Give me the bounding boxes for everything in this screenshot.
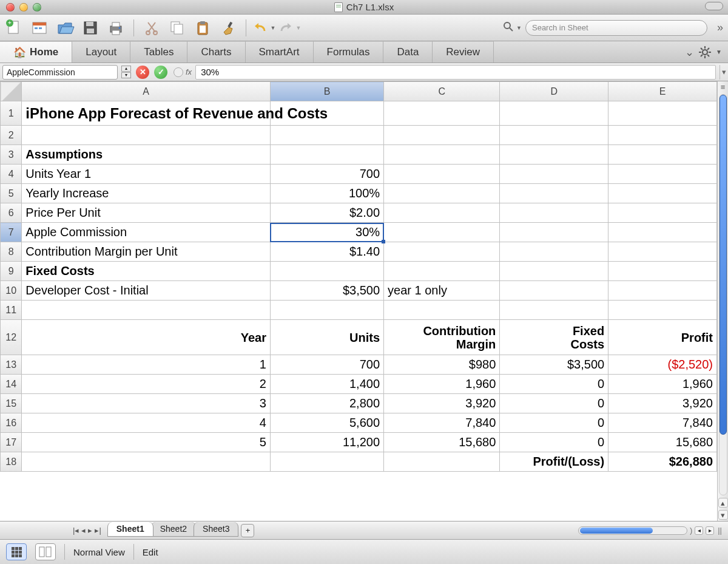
window-pill-button[interactable] — [705, 2, 723, 10]
horizontal-scrollbar[interactable]: ) ◂ ▸ || — [578, 526, 728, 535]
row-header-3[interactable]: 3 — [1, 145, 22, 165]
row-header-8[interactable]: 8 — [1, 242, 22, 262]
cell-C14[interactable]: 1,960 — [384, 375, 500, 394]
ribbon-tab-data[interactable]: Data — [383, 41, 433, 63]
cell-D18[interactable]: Profit/(Loss) — [500, 452, 608, 472]
cell-E3[interactable] — [608, 145, 717, 165]
cell-C8[interactable] — [384, 242, 500, 262]
cell-D6[interactable] — [500, 203, 608, 223]
cell-E15[interactable]: 3,920 — [608, 394, 717, 413]
cell-E13[interactable]: ($2,520) — [608, 355, 717, 375]
page-layout-view-button[interactable] — [35, 543, 56, 560]
cell-E5[interactable] — [608, 184, 717, 203]
cell-D4[interactable] — [500, 165, 608, 184]
cell-A11[interactable] — [22, 301, 271, 320]
cell-D9[interactable] — [500, 262, 608, 281]
cell-E7[interactable] — [608, 223, 717, 242]
row-header-9[interactable]: 9 — [1, 262, 22, 281]
cell-D11[interactable] — [500, 301, 608, 320]
column-header-B[interactable]: B — [270, 82, 383, 101]
select-all-corner[interactable] — [1, 82, 22, 101]
cancel-edit-button[interactable]: ✕ — [136, 66, 149, 79]
cell-D14[interactable]: 0 — [500, 375, 608, 394]
cell-A12[interactable]: Year — [22, 320, 271, 355]
scroll-up-button[interactable]: ▴ — [718, 498, 728, 508]
column-header-E[interactable]: E — [608, 82, 717, 101]
sheet-tab-sheet3[interactable]: Sheet3 — [194, 522, 238, 537]
cell-E6[interactable] — [608, 203, 717, 223]
cell-B8[interactable]: $1.40 — [270, 242, 383, 262]
cell-C15[interactable]: 3,920 — [384, 394, 500, 413]
row-header-1[interactable]: 1 — [1, 101, 22, 126]
cell-C10[interactable]: year 1 only — [384, 281, 500, 301]
column-header-C[interactable]: C — [384, 82, 500, 101]
row-header-2[interactable]: 2 — [1, 126, 22, 145]
cell-B17[interactable]: 11,200 — [270, 433, 383, 452]
zoom-window-button[interactable] — [33, 3, 41, 12]
cell-C2[interactable] — [384, 126, 500, 145]
format-painter-button[interactable] — [219, 19, 237, 37]
cell-E8[interactable] — [608, 242, 717, 262]
cell-A14[interactable]: 2 — [22, 375, 271, 394]
cell-E9[interactable] — [608, 262, 717, 281]
vscroll-thumb[interactable] — [720, 95, 727, 435]
row-header-7[interactable]: 7 — [1, 223, 22, 242]
cell-C17[interactable]: 15,680 — [384, 433, 500, 452]
spreadsheet-grid[interactable]: ABCDE1iPhone App Forecast of Revenue and… — [0, 81, 717, 472]
search-input[interactable]: Search in Sheet — [525, 20, 707, 36]
cell-A15[interactable]: 3 — [22, 394, 271, 413]
row-header-18[interactable]: 18 — [1, 452, 22, 472]
cell-C18[interactable] — [384, 452, 500, 472]
cell-B5[interactable]: 100% — [270, 184, 383, 203]
cell-A5[interactable]: Yearly Increase — [22, 184, 271, 203]
cut-button[interactable] — [143, 19, 161, 37]
cell-C5[interactable] — [384, 184, 500, 203]
cell-A1[interactable]: iPhone App Forecast of Revenue and Costs — [22, 101, 271, 126]
cell-E11[interactable] — [608, 301, 717, 320]
cell-D13[interactable]: $3,500 — [500, 355, 608, 375]
save-button[interactable] — [81, 19, 99, 37]
cell-C9[interactable] — [384, 262, 500, 281]
confirm-edit-button[interactable]: ✓ — [154, 66, 167, 79]
formula-expand-button[interactable]: ▾ — [720, 65, 728, 80]
copy-button[interactable] — [168, 19, 186, 37]
cell-A10[interactable]: Developer Cost - Initial — [22, 281, 271, 301]
cell-B6[interactable]: $2.00 — [270, 203, 383, 223]
normal-view-button[interactable] — [6, 543, 27, 560]
gear-icon[interactable] — [699, 46, 711, 58]
cell-A8[interactable]: Contribution Margin per Unit — [22, 242, 271, 262]
cell-A3[interactable]: Assumptions — [22, 145, 271, 165]
row-header-16[interactable]: 16 — [1, 413, 22, 433]
row-header-6[interactable]: 6 — [1, 203, 22, 223]
row-header-15[interactable]: 15 — [1, 394, 22, 413]
cell-C7[interactable] — [384, 223, 500, 242]
cell-E17[interactable]: 15,680 — [608, 433, 717, 452]
vertical-scrollbar[interactable]: ≡ ▴ ▾ — [717, 81, 728, 521]
cell-B14[interactable]: 1,400 — [270, 375, 383, 394]
cell-A17[interactable]: 5 — [22, 433, 271, 452]
cell-D5[interactable] — [500, 184, 608, 203]
cell-B18[interactable] — [270, 452, 383, 472]
cell-E10[interactable] — [608, 281, 717, 301]
cell-A2[interactable] — [22, 126, 271, 145]
cell-C1[interactable] — [384, 101, 500, 126]
scroll-left-button[interactable]: ◂ — [695, 526, 703, 535]
cell-D16[interactable]: 0 — [500, 413, 608, 433]
fx-button[interactable]: fx — [174, 67, 192, 77]
ribbon-tab-charts[interactable]: Charts — [187, 41, 245, 63]
row-header-11[interactable]: 11 — [1, 301, 22, 320]
ribbon-tab-layout[interactable]: Layout — [72, 41, 130, 63]
cell-B7[interactable]: 30% — [270, 223, 383, 242]
cell-C16[interactable]: 7,840 — [384, 413, 500, 433]
scroll-right-button[interactable]: ▸ — [706, 526, 714, 535]
cell-D15[interactable]: 0 — [500, 394, 608, 413]
cell-A9[interactable]: Fixed Costs — [22, 262, 271, 281]
cell-A16[interactable]: 4 — [22, 413, 271, 433]
cell-B10[interactable]: $3,500 — [270, 281, 383, 301]
template-gallery-button[interactable] — [30, 19, 49, 37]
add-sheet-button[interactable]: + — [241, 524, 254, 537]
cell-E2[interactable] — [608, 126, 717, 145]
sheet-tab-sheet2[interactable]: Sheet2 — [151, 522, 196, 537]
print-button[interactable] — [107, 19, 125, 37]
ribbon-tab-formulas[interactable]: Formulas — [314, 41, 384, 63]
